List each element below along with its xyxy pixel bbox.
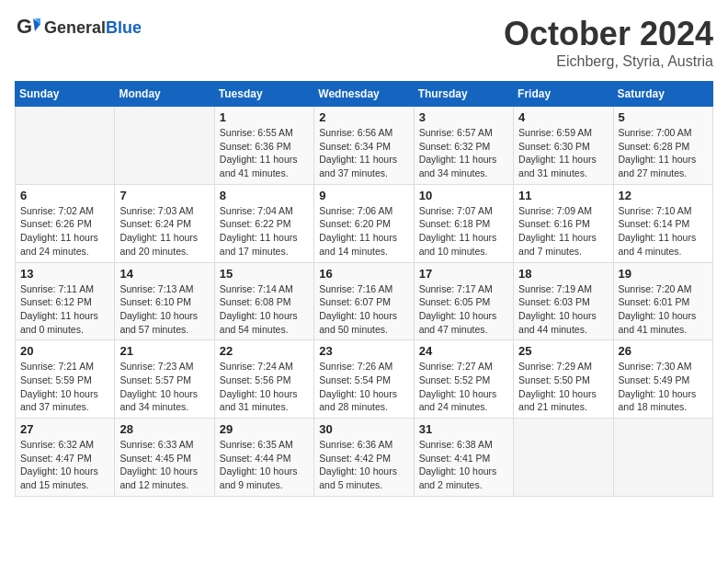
calendar-cell: 8Sunrise: 7:04 AM Sunset: 6:22 PM Daylig… (214, 184, 313, 262)
day-info: Sunrise: 6:33 AM Sunset: 4:45 PM Dayligh… (119, 438, 209, 492)
day-info: Sunrise: 7:13 AM Sunset: 6:10 PM Dayligh… (119, 282, 209, 337)
calendar-table: SundayMondayTuesdayWednesdayThursdayFrid… (15, 81, 713, 497)
day-header-wednesday: Wednesday (314, 82, 414, 107)
day-info: Sunrise: 7:04 AM Sunset: 6:22 PM Dayligh… (220, 204, 309, 259)
calendar-cell: 2Sunrise: 6:56 AM Sunset: 6:34 PM Daylig… (314, 107, 414, 185)
day-info: Sunrise: 7:24 AM Sunset: 5:56 PM Dayligh… (220, 360, 309, 414)
day-number: 4 (518, 110, 608, 124)
day-info: Sunrise: 6:57 AM Sunset: 6:32 PM Dayligh… (419, 126, 508, 180)
day-number: 3 (419, 110, 508, 124)
day-number: 24 (419, 344, 508, 358)
day-number: 11 (518, 189, 608, 202)
calendar-cell: 31Sunrise: 6:38 AM Sunset: 4:41 PM Dayli… (414, 419, 513, 497)
calendar-cell: 18Sunrise: 7:19 AM Sunset: 6:03 PM Dayli… (514, 262, 613, 340)
svg-text:G: G (17, 15, 32, 38)
day-number: 23 (319, 344, 408, 358)
day-number: 21 (119, 344, 209, 358)
day-number: 6 (20, 189, 109, 202)
day-info: Sunrise: 7:00 AM Sunset: 6:28 PM Dayligh… (619, 126, 708, 180)
calendar-week-2: 6Sunrise: 7:02 AM Sunset: 6:26 PM Daylig… (16, 184, 713, 262)
month-title: October 2024 (504, 15, 713, 53)
day-info: Sunrise: 7:09 AM Sunset: 6:16 PM Dayligh… (518, 204, 608, 259)
location: Eichberg, Styria, Austria (504, 53, 713, 70)
calendar-cell: 10Sunrise: 7:07 AM Sunset: 6:18 PM Dayli… (414, 184, 513, 262)
day-info: Sunrise: 7:02 AM Sunset: 6:26 PM Dayligh… (20, 204, 109, 259)
day-info: Sunrise: 7:30 AM Sunset: 5:49 PM Dayligh… (619, 360, 708, 414)
day-number: 16 (319, 267, 408, 281)
day-number: 20 (20, 344, 109, 358)
page-header: G GeneralBlue October 2024 Eichberg, Sty… (15, 15, 713, 70)
calendar-cell: 6Sunrise: 7:02 AM Sunset: 6:26 PM Daylig… (16, 184, 115, 262)
calendar-cell (115, 107, 214, 185)
day-number: 10 (419, 189, 508, 202)
day-info: Sunrise: 7:06 AM Sunset: 6:20 PM Dayligh… (319, 204, 408, 259)
calendar-cell: 12Sunrise: 7:10 AM Sunset: 6:14 PM Dayli… (613, 184, 712, 262)
day-header-friday: Friday (514, 82, 613, 107)
calendar-cell: 29Sunrise: 6:35 AM Sunset: 4:44 PM Dayli… (214, 419, 313, 497)
day-number: 8 (220, 189, 309, 202)
day-info: Sunrise: 7:03 AM Sunset: 6:24 PM Dayligh… (119, 204, 209, 259)
day-info: Sunrise: 6:56 AM Sunset: 6:34 PM Dayligh… (319, 126, 408, 180)
calendar-week-1: 1Sunrise: 6:55 AM Sunset: 6:36 PM Daylig… (16, 107, 713, 185)
day-info: Sunrise: 7:23 AM Sunset: 5:57 PM Dayligh… (119, 360, 209, 414)
calendar-cell: 16Sunrise: 7:16 AM Sunset: 6:07 PM Dayli… (314, 262, 414, 340)
day-number: 29 (220, 422, 309, 436)
day-number: 12 (619, 189, 708, 202)
calendar-cell: 4Sunrise: 6:59 AM Sunset: 6:30 PM Daylig… (514, 107, 613, 185)
day-header-thursday: Thursday (414, 82, 513, 107)
day-number: 2 (319, 110, 408, 124)
calendar-cell: 30Sunrise: 6:36 AM Sunset: 4:42 PM Dayli… (314, 419, 414, 497)
calendar-cell: 1Sunrise: 6:55 AM Sunset: 6:36 PM Daylig… (214, 107, 313, 185)
logo: G GeneralBlue (15, 15, 142, 40)
day-number: 1 (220, 110, 309, 124)
day-info: Sunrise: 7:11 AM Sunset: 6:12 PM Dayligh… (20, 282, 109, 337)
calendar-body: 1Sunrise: 6:55 AM Sunset: 6:36 PM Daylig… (16, 107, 713, 497)
day-info: Sunrise: 6:38 AM Sunset: 4:41 PM Dayligh… (419, 438, 508, 492)
calendar-header: SundayMondayTuesdayWednesdayThursdayFrid… (16, 82, 713, 107)
day-info: Sunrise: 6:55 AM Sunset: 6:36 PM Dayligh… (220, 126, 309, 180)
day-info: Sunrise: 6:59 AM Sunset: 6:30 PM Dayligh… (518, 126, 608, 180)
day-number: 15 (220, 267, 309, 281)
logo-text-general: General (44, 18, 106, 37)
calendar-cell: 13Sunrise: 7:11 AM Sunset: 6:12 PM Dayli… (16, 262, 115, 340)
calendar-cell: 22Sunrise: 7:24 AM Sunset: 5:56 PM Dayli… (214, 340, 313, 419)
calendar-cell: 28Sunrise: 6:33 AM Sunset: 4:45 PM Dayli… (115, 419, 214, 497)
calendar-cell: 7Sunrise: 7:03 AM Sunset: 6:24 PM Daylig… (115, 184, 214, 262)
day-number: 30 (319, 422, 408, 436)
day-info: Sunrise: 7:14 AM Sunset: 6:08 PM Dayligh… (220, 282, 309, 337)
logo-text-blue: Blue (106, 18, 142, 37)
day-number: 14 (119, 267, 209, 281)
calendar-cell: 11Sunrise: 7:09 AM Sunset: 6:16 PM Dayli… (514, 184, 613, 262)
day-info: Sunrise: 7:16 AM Sunset: 6:07 PM Dayligh… (319, 282, 408, 337)
day-info: Sunrise: 7:10 AM Sunset: 6:14 PM Dayligh… (619, 204, 708, 259)
day-number: 7 (119, 189, 209, 202)
calendar-cell: 19Sunrise: 7:20 AM Sunset: 6:01 PM Dayli… (613, 262, 712, 340)
calendar-cell: 23Sunrise: 7:26 AM Sunset: 5:54 PM Dayli… (314, 340, 414, 419)
day-info: Sunrise: 6:32 AM Sunset: 4:47 PM Dayligh… (20, 438, 109, 492)
day-number: 27 (20, 422, 109, 436)
calendar-week-4: 20Sunrise: 7:21 AM Sunset: 5:59 PM Dayli… (16, 340, 713, 419)
day-number: 26 (619, 344, 708, 358)
day-info: Sunrise: 7:07 AM Sunset: 6:18 PM Dayligh… (419, 204, 508, 259)
calendar-cell: 9Sunrise: 7:06 AM Sunset: 6:20 PM Daylig… (314, 184, 414, 262)
day-number: 22 (220, 344, 309, 358)
day-header-sunday: Sunday (16, 82, 115, 107)
day-header-saturday: Saturday (613, 82, 712, 107)
calendar-cell (16, 107, 115, 185)
day-info: Sunrise: 7:19 AM Sunset: 6:03 PM Dayligh… (518, 282, 608, 337)
calendar-cell: 15Sunrise: 7:14 AM Sunset: 6:08 PM Dayli… (214, 262, 313, 340)
day-info: Sunrise: 7:27 AM Sunset: 5:52 PM Dayligh… (419, 360, 508, 414)
day-info: Sunrise: 7:26 AM Sunset: 5:54 PM Dayligh… (319, 360, 408, 414)
day-number: 18 (518, 267, 608, 281)
day-number: 5 (619, 110, 708, 124)
logo-icon: G (15, 15, 40, 40)
calendar-cell: 25Sunrise: 7:29 AM Sunset: 5:50 PM Dayli… (514, 340, 613, 419)
day-number: 17 (419, 267, 508, 281)
calendar-cell (514, 419, 613, 497)
calendar-cell: 3Sunrise: 6:57 AM Sunset: 6:32 PM Daylig… (414, 107, 513, 185)
calendar-cell: 24Sunrise: 7:27 AM Sunset: 5:52 PM Dayli… (414, 340, 513, 419)
day-info: Sunrise: 6:35 AM Sunset: 4:44 PM Dayligh… (220, 438, 309, 492)
calendar-cell: 5Sunrise: 7:00 AM Sunset: 6:28 PM Daylig… (613, 107, 712, 185)
calendar-cell: 21Sunrise: 7:23 AM Sunset: 5:57 PM Dayli… (115, 340, 214, 419)
calendar-cell: 20Sunrise: 7:21 AM Sunset: 5:59 PM Dayli… (16, 340, 115, 419)
